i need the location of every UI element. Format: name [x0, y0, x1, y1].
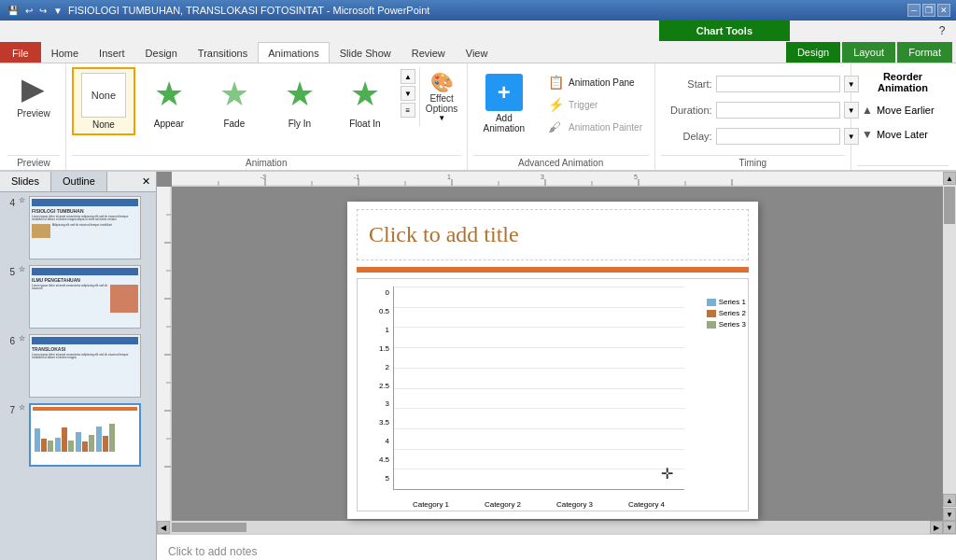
- x-label-cat1: Category 1: [413, 500, 449, 509]
- trigger-icon: ⚡: [548, 97, 565, 112]
- animation-flyin[interactable]: ★ Fly In: [268, 67, 331, 133]
- tab-insert[interactable]: Insert: [89, 42, 135, 63]
- scroll-up-button[interactable]: ▲: [943, 172, 956, 185]
- slide-canvas[interactable]: Click to add title 5 4.5 4: [347, 202, 758, 519]
- slide-number: 5: [4, 267, 15, 277]
- tab-review[interactable]: Review: [401, 42, 456, 63]
- scroll-track-h: [170, 521, 930, 534]
- dropdown-icon[interactable]: ▼: [51, 5, 64, 17]
- tab-design[interactable]: Design: [135, 42, 188, 63]
- x-label-cat3: Category 3: [556, 500, 593, 509]
- svg-text:1: 1: [447, 174, 451, 180]
- title-placeholder-text: Click to add title: [369, 222, 519, 247]
- window-controls: ─ ❐ ✕: [907, 4, 950, 17]
- floatin-icon: ★: [343, 72, 387, 117]
- effect-options-button[interactable]: 🎨 Effect Options ▼: [419, 67, 463, 126]
- tab-animations[interactable]: Animations: [258, 42, 329, 63]
- animation-flyin-label: Fly In: [288, 119, 311, 129]
- outline-tab[interactable]: Outline: [51, 172, 107, 191]
- tab-chart-layout[interactable]: Layout: [842, 42, 895, 63]
- animation-fade[interactable]: ★ Fade: [203, 67, 266, 133]
- timing-delay-input[interactable]: [716, 128, 840, 145]
- tab-home[interactable]: Home: [41, 42, 89, 63]
- chart-area[interactable]: 5 4.5 4 3.5 3 2.5 2 1.5 1 0.5: [357, 278, 749, 511]
- timing-start-input[interactable]: [716, 76, 840, 92]
- chart-y-labels: 5 4.5 4 3.5 3 2.5 2 1.5 1 0.5: [358, 288, 393, 483]
- notes-area[interactable]: Click to add notes: [157, 534, 956, 560]
- slides-tab[interactable]: Slides: [0, 172, 51, 191]
- y-label-2-5: 2.5: [379, 382, 389, 390]
- effect-options-arrow: ▼: [438, 114, 445, 122]
- scrollbar-vertical[interactable]: ▲ ▲ ▼ ▼: [943, 172, 956, 534]
- list-item[interactable]: 4 ☆ FISIOLOGI TUMBUHAN Lorem ipsum dolor…: [4, 196, 152, 259]
- slide-area-main: -3 -1 1 3 5: [157, 172, 956, 534]
- save-icon[interactable]: 💾: [6, 5, 21, 17]
- preview-group-label: Preview: [7, 155, 60, 168]
- minimize-button[interactable]: ─: [907, 4, 921, 17]
- tab-transitions[interactable]: Transitions: [188, 42, 258, 63]
- animation-floatin[interactable]: ★ Float In: [333, 67, 397, 133]
- scroll-page-down-button[interactable]: ▼: [943, 508, 956, 521]
- scroll-left-button[interactable]: ◀: [157, 521, 170, 534]
- notes-placeholder: Click to add notes: [168, 545, 257, 558]
- list-item[interactable]: 7 ☆: [4, 403, 152, 467]
- tab-slideshow[interactable]: Slide Show: [330, 42, 401, 63]
- slide-thumbnail-7[interactable]: [29, 403, 141, 467]
- slide-thumbnail-6[interactable]: TRANSLOKASI Lorem ipsum dolor sit amet c…: [29, 334, 141, 398]
- scroll-down-button[interactable]: ▼: [943, 521, 956, 534]
- title-bar: 💾 ↩ ↪ ▼ FISIOLOGI TUMBUHAN, TRANSLOKASI …: [0, 0, 956, 21]
- preview-group-content: ▶ Preview: [7, 67, 60, 153]
- x-label-cat4: Category 4: [628, 500, 665, 509]
- trigger-label: Trigger: [569, 100, 598, 110]
- ribbon-tabs: File Home Insert Design Transitions Anim…: [0, 41, 956, 63]
- scroll-page-up-button[interactable]: ▲: [943, 494, 956, 507]
- scroll-thumb-h[interactable]: [172, 523, 246, 532]
- y-label-4: 4: [386, 437, 389, 445]
- undo-icon[interactable]: ↩: [23, 5, 35, 17]
- animation-none[interactable]: None None: [72, 67, 135, 135]
- panel-close-button[interactable]: ✕: [136, 172, 156, 191]
- quick-access-toolbar: 💾 ↩ ↪ ▼: [6, 5, 64, 17]
- restore-button[interactable]: ❐: [922, 4, 935, 17]
- scroll-up-button[interactable]: ▲: [401, 69, 415, 84]
- move-later-button[interactable]: ▼ Move Later: [857, 123, 949, 146]
- slide-title-placeholder[interactable]: Click to add title: [357, 209, 749, 260]
- scroll-right-button[interactable]: ▶: [930, 521, 943, 534]
- scroll-down-button[interactable]: ▼: [401, 86, 415, 101]
- scroll-more-button[interactable]: ≡: [401, 103, 415, 118]
- list-item[interactable]: 6 ☆ TRANSLOKASI Lorem ipsum dolor sit am…: [4, 334, 152, 398]
- scrollbar-horizontal[interactable]: ◀ ▶: [157, 521, 943, 534]
- animation-painter-button[interactable]: 🖌 Animation Painter: [544, 116, 651, 138]
- help-icon[interactable]: ?: [939, 24, 946, 37]
- tab-view[interactable]: View: [456, 42, 499, 63]
- tab-chart-format[interactable]: Format: [897, 42, 952, 63]
- animation-items: None None ★ Appear ★ Fade: [72, 67, 397, 135]
- tab-chart-design[interactable]: Design: [786, 42, 840, 63]
- slide-number: 6: [4, 336, 15, 346]
- slide-thumbnail-5[interactable]: ILMU PENGETAHUAN Lorem ipsum dolor sit a…: [29, 265, 141, 329]
- animation-fade-label: Fade: [223, 119, 245, 129]
- slide-thumbnail-4[interactable]: FISIOLOGI TUMBUHAN Lorem ipsum dolor sit…: [29, 196, 141, 259]
- scroll-thumb-v[interactable]: [944, 187, 955, 224]
- advanced-group-label: Advanced Animation: [473, 155, 649, 168]
- animation-appear[interactable]: ★ Appear: [137, 67, 201, 133]
- add-animation-button[interactable]: + AddAnimation: [473, 67, 535, 140]
- legend-label-s2: Series 2: [719, 309, 746, 317]
- animation-pane-icon: 📋: [548, 75, 565, 90]
- effect-options-label: Effect Options: [426, 93, 457, 114]
- close-button[interactable]: ✕: [937, 4, 950, 17]
- slide-center: -3 -1 1 3 5: [157, 172, 943, 534]
- redo-icon[interactable]: ↪: [37, 5, 49, 17]
- tab-file[interactable]: File: [0, 42, 41, 63]
- animation-pane-button[interactable]: 📋 Animation Pane: [544, 71, 651, 93]
- timing-duration-input[interactable]: [716, 102, 840, 119]
- preview-button[interactable]: ▶ Preview: [7, 67, 60, 122]
- trigger-button[interactable]: ⚡ Trigger: [544, 93, 651, 116]
- timing-duration-row: Duration: ▼: [661, 99, 859, 121]
- cursor-crosshair: ✛: [661, 465, 673, 483]
- list-item[interactable]: 5 ☆ ILMU PENGETAHUAN Lorem ipsum dolor s…: [4, 265, 152, 329]
- animation-scroll: ▲ ▼ ≡: [399, 67, 417, 119]
- move-earlier-button[interactable]: ▲ Move Earlier: [857, 99, 949, 121]
- ribbon-group-preview: ▶ Preview Preview: [2, 63, 66, 170]
- ribbon-group-timing: Start: ▼ Duration: ▼ Delay: ▼ Timing: [655, 63, 851, 170]
